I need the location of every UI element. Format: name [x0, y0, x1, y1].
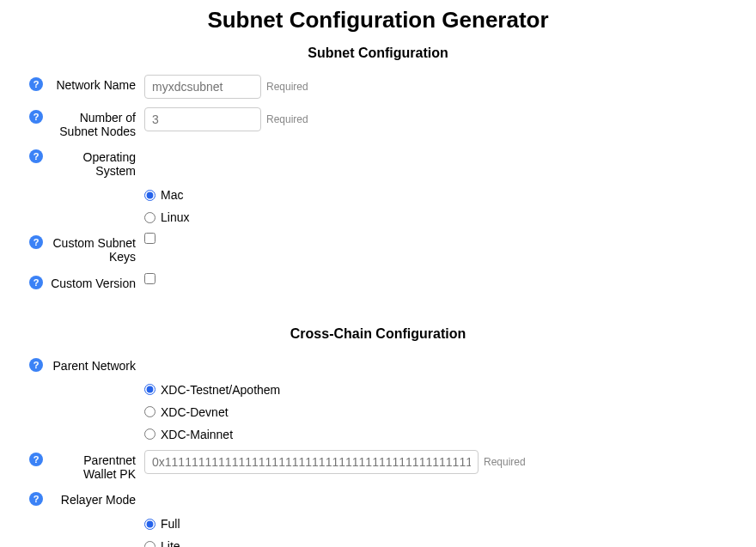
section-title-subnet: Subnet Configuration	[29, 46, 727, 61]
custom-version-label: Custom Version	[48, 273, 144, 290]
parent-network-radio-mainnet-label: XDC-Mainnet	[161, 428, 233, 441]
relayer-mode-radio-lite-label: Lite	[161, 539, 180, 547]
required-text: Required	[484, 456, 526, 468]
help-icon[interactable]	[29, 77, 43, 91]
parent-network-radio-group: XDC-Testnet/Apothem XDC-Devnet XDC-Mainn…	[144, 381, 280, 441]
relayer-mode-radio-full[interactable]	[144, 519, 155, 530]
network-name-label: Network Name	[48, 75, 144, 92]
parent-network-radio-devnet[interactable]	[144, 406, 155, 417]
parent-network-radio-mainnet[interactable]	[144, 428, 155, 440]
relayer-mode-label: Relayer Mode	[48, 489, 144, 507]
parentnet-pk-input[interactable]	[144, 450, 479, 474]
os-radio-group: Mac Linux	[144, 186, 189, 224]
help-icon[interactable]	[29, 453, 43, 466]
custom-keys-checkbox[interactable]	[144, 233, 155, 244]
os-radio-mac-label: Mac	[161, 188, 183, 202]
help-icon[interactable]	[29, 149, 43, 163]
custom-version-checkbox[interactable]	[144, 273, 155, 284]
os-radio-linux-label: Linux	[161, 210, 189, 224]
node-count-input[interactable]	[144, 107, 261, 131]
help-icon[interactable]	[29, 492, 43, 506]
relayer-mode-radio-lite[interactable]	[144, 541, 155, 547]
help-icon[interactable]	[29, 235, 43, 249]
node-count-label: Number of Subnet Nodes	[48, 107, 144, 138]
help-icon[interactable]	[29, 358, 43, 372]
required-text: Required	[266, 113, 308, 125]
os-radio-mac[interactable]	[144, 190, 155, 201]
parentnet-pk-label: Parentnet Wallet PK	[48, 450, 144, 481]
required-text: Required	[266, 81, 308, 93]
page-title: Subnet Configuration Generator	[29, 7, 727, 33]
parent-network-radio-testnet-label: XDC-Testnet/Apothem	[161, 383, 280, 397]
os-label: Operating System	[48, 147, 144, 178]
relayer-mode-radio-full-label: Full	[161, 517, 180, 531]
section-title-crosschain: Cross-Chain Configuration	[29, 326, 727, 342]
relayer-mode-radio-group: Full Lite	[144, 515, 180, 547]
parent-network-radio-devnet-label: XDC-Devnet	[161, 405, 229, 419]
parent-network-radio-testnet[interactable]	[144, 384, 155, 395]
help-icon[interactable]	[29, 110, 43, 124]
os-radio-linux[interactable]	[144, 212, 155, 223]
help-icon[interactable]	[29, 276, 43, 289]
parent-network-label: Parent Network	[48, 356, 144, 373]
custom-keys-label: Custom Subnet Keys	[48, 233, 144, 264]
network-name-input[interactable]	[144, 75, 261, 99]
